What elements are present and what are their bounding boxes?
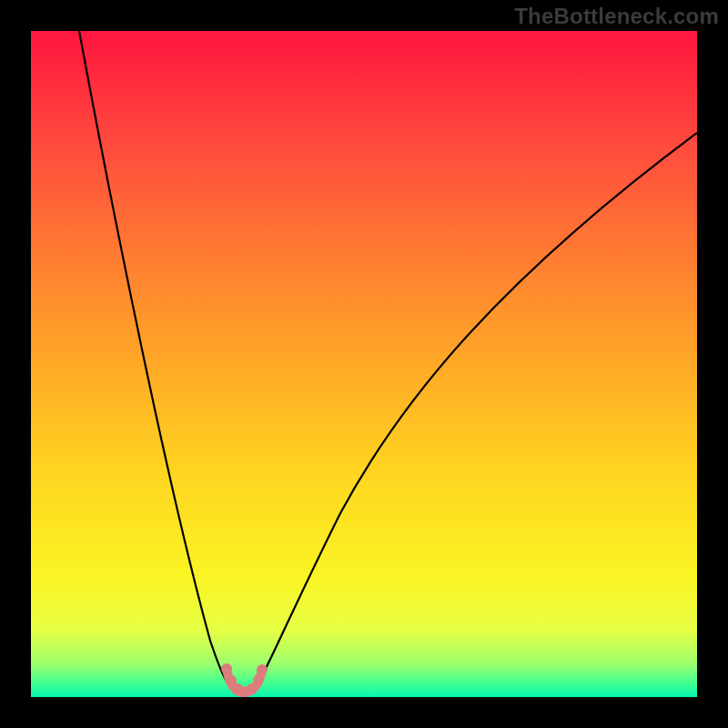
u-marker-group: [221, 663, 268, 697]
u-marker-dot-7: [257, 664, 268, 675]
plot-area: [31, 31, 697, 697]
u-marker-dot-5: [247, 683, 258, 694]
curve-svg: [31, 31, 697, 697]
curve-right-path: [258, 133, 697, 682]
chart-frame: TheBottleneck.com: [0, 0, 728, 728]
curve-left-path: [79, 31, 228, 682]
u-marker-dot-1: [221, 663, 232, 674]
watermark-text: TheBottleneck.com: [514, 4, 719, 29]
u-marker-dot-6: [253, 674, 264, 685]
